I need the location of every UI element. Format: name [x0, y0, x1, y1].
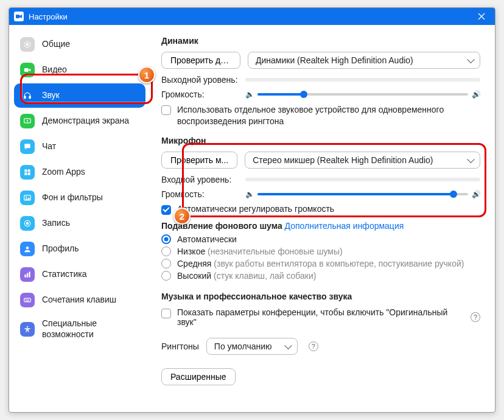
content-panel: Динамик Проверить ди... Динамики (Realte…: [150, 25, 495, 412]
svg-rect-2: [24, 96, 26, 99]
radio-icon: [161, 247, 171, 256]
titlebar: Настройки: [9, 8, 495, 25]
noise-suppression-title: Подавление фонового шума: [161, 221, 282, 231]
separate-ringtone-label: Использовать отдельное звуковое устройст…: [177, 104, 480, 127]
svg-rect-7: [24, 173, 27, 175]
original-sound-checkbox[interactable]: [161, 309, 171, 318]
mic-section-title: Микрофон: [161, 136, 480, 145]
sidebar-item-label: Специальные возможности: [42, 318, 139, 340]
accessibility-icon: [20, 322, 35, 337]
help-icon[interactable]: ?: [309, 341, 318, 351]
sidebar-item-label: Чат: [42, 141, 56, 152]
volume-low-icon: 🔈: [245, 190, 254, 198]
headphones-icon: [20, 88, 35, 103]
radio-icon: [161, 234, 171, 244]
svg-rect-14: [24, 275, 26, 278]
sidebar-item-8[interactable]: Профиль: [14, 237, 145, 261]
sidebar-item-10[interactable]: Сочетания клавиш: [14, 288, 145, 312]
separate-ringtone-checkbox[interactable]: [161, 105, 171, 115]
speaker-section-title: Динамик: [161, 36, 480, 46]
noise-option-label: Высокий: [177, 271, 214, 281]
svg-rect-21: [26, 301, 29, 301]
noise-option-2[interactable]: Средняя (звук работы вентилятора в компь…: [161, 259, 480, 268]
noise-option-3[interactable]: Высокий (стук клавиш, лай собаки): [161, 271, 480, 281]
radio-icon: [161, 259, 171, 268]
noise-option-label: Автоматически: [177, 234, 237, 244]
noise-more-info-link[interactable]: Дополнительная информация: [285, 221, 404, 231]
svg-rect-0: [16, 15, 19, 18]
sidebar-item-5[interactable]: Zoom Apps: [14, 160, 145, 184]
svg-point-10: [26, 197, 27, 198]
volume-high-icon: 🔊: [472, 190, 480, 198]
ringtone-label: Рингтоны: [161, 341, 199, 351]
profile-icon: [20, 242, 35, 256]
noise-option-0[interactable]: Автоматически: [161, 234, 480, 244]
app-icon: [14, 12, 24, 21]
volume-low-icon: 🔈: [245, 90, 254, 99]
svg-rect-5: [24, 169, 27, 172]
sidebar-item-0[interactable]: Общие: [14, 32, 145, 57]
speaker-volume-label: Громкость:: [161, 89, 242, 99]
output-level-label: Выходной уровень:: [161, 75, 242, 85]
noise-option-hint: (звук работы вентилятора в компьютере, п…: [214, 259, 464, 268]
help-icon[interactable]: ?: [471, 312, 480, 322]
input-level-label: Входной уровень:: [161, 175, 242, 184]
svg-rect-1: [24, 68, 29, 72]
chat-icon: [20, 139, 35, 154]
sidebar: ОбщиеВидеоЗвукДемонстрация экранаЧатZoom…: [9, 25, 150, 412]
noise-option-hint: (стук клавиш, лай собаки): [214, 271, 316, 281]
stats-icon: [20, 267, 35, 282]
record-icon: [20, 216, 35, 231]
window-title: Настройки: [29, 12, 68, 21]
settings-window: Настройки ОбщиеВидеоЗвукДемонстрация экр…: [9, 7, 495, 413]
sidebar-item-label: Сочетания клавиш: [42, 295, 116, 306]
share-screen-icon: [20, 114, 35, 128]
sidebar-item-label: Видео: [42, 65, 67, 75]
svg-rect-19: [27, 299, 27, 300]
sidebar-item-label: Звук: [42, 90, 60, 101]
svg-rect-16: [29, 271, 30, 277]
advanced-button[interactable]: Расширенные: [161, 368, 236, 385]
ringtone-select[interactable]: По умолчанию: [206, 338, 298, 355]
auto-adjust-volume-checkbox[interactable]: [161, 205, 171, 215]
svg-point-22: [27, 326, 28, 327]
sidebar-item-label: Zoom Apps: [42, 167, 85, 178]
output-level-meter: [245, 78, 480, 82]
mic-device-select[interactable]: Стерео микшер (Realtek High Definition A…: [245, 152, 480, 169]
noise-option-label: Низкое: [177, 247, 208, 256]
sidebar-item-2[interactable]: Звук: [14, 83, 145, 108]
speaker-device-select[interactable]: Динамики (Realtek High Definition Audio): [248, 52, 480, 69]
svg-point-13: [26, 247, 29, 250]
sidebar-item-label: Демонстрация экрана: [42, 116, 129, 127]
video-icon: [20, 63, 35, 77]
sidebar-item-label: Профиль: [42, 243, 79, 254]
test-speaker-button[interactable]: Проверить ди...: [161, 52, 240, 69]
noise-option-1[interactable]: Низкое (незначительные фоновые шумы): [161, 247, 480, 256]
sidebar-item-label: Запись: [42, 218, 70, 229]
svg-rect-8: [28, 173, 30, 175]
keyboard-icon: [20, 293, 35, 307]
svg-rect-20: [28, 299, 29, 300]
music-section-title: Музыка и профессиональное качество звука: [161, 292, 480, 301]
mic-volume-slider[interactable]: [257, 193, 468, 195]
svg-rect-15: [27, 273, 28, 278]
mic-volume-label: Громкость:: [161, 189, 242, 199]
svg-rect-6: [28, 169, 30, 172]
noise-option-hint: (незначительные фоновые шумы): [208, 247, 343, 256]
svg-rect-3: [29, 96, 30, 99]
sidebar-item-11[interactable]: Специальные возможности: [14, 313, 145, 345]
sidebar-item-7[interactable]: Запись: [14, 211, 145, 236]
sidebar-item-3[interactable]: Демонстрация экрана: [14, 109, 145, 133]
sidebar-item-4[interactable]: Чат: [14, 135, 145, 159]
svg-rect-18: [26, 299, 26, 300]
test-mic-button[interactable]: Проверить м...: [161, 152, 237, 169]
apps-icon: [20, 165, 35, 180]
sidebar-item-label: Фон и фильтры: [42, 192, 103, 203]
sidebar-item-6[interactable]: Фон и фильтры: [14, 186, 145, 210]
sidebar-item-label: Общие: [42, 39, 70, 50]
sidebar-item-9[interactable]: Статистика: [14, 262, 145, 287]
sidebar-item-1[interactable]: Видео: [14, 58, 145, 82]
close-button[interactable]: [473, 8, 490, 25]
speaker-volume-slider[interactable]: [257, 93, 468, 96]
volume-high-icon: 🔊: [472, 90, 480, 99]
